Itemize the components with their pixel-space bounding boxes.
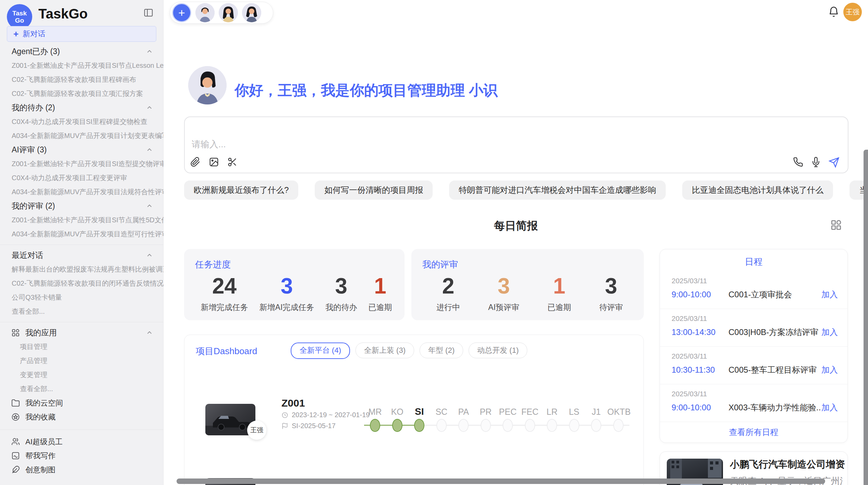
suggestion-chip[interactable]: 如何写一份清晰的项目周报 — [315, 181, 433, 200]
list-item[interactable]: Z001-全新燃油皮卡产品开发项目SI节点Lesson Learn报告 — [0, 59, 164, 73]
send-icon[interactable] — [829, 157, 840, 168]
list-item[interactable]: C02-飞腾新能源轻客改款项目立项汇报方案 — [0, 87, 164, 101]
apps-view-all[interactable]: 查看全部... — [0, 382, 164, 396]
sidebar-collapse-icon[interactable] — [143, 8, 154, 18]
suggestion-chip[interactable]: 比亚迪全固态电池计划具体说了什么 — [682, 181, 833, 200]
list-item[interactable]: Z001-全新燃油轻卡产品开发项目SI造型提交物评审 — [0, 157, 164, 171]
suggestion-chip[interactable]: 特朗普可能对进口汽车增税会对中国车企造成哪些影响 — [449, 181, 666, 200]
input-attachment-tools — [190, 157, 238, 168]
milestone-label: SC — [431, 405, 453, 419]
project-dashboard-card: 项目Dashboard 全新平台 (4) 全新上装 (3) 年型 (2) 动总开… — [184, 335, 644, 485]
dashboard-title: 项目Dashboard — [196, 345, 257, 357]
schedule-event[interactable]: 2025/03/11 9:00-10:00X003-车辆动力学性能验...加入 — [660, 384, 847, 422]
milestone-label: LR — [541, 405, 563, 419]
horizontal-scrollbar[interactable] — [177, 478, 825, 484]
schedule-title: 日程 — [660, 249, 847, 271]
sidebar-item-project-mgmt[interactable]: 项目管理 — [0, 340, 164, 354]
list-item[interactable]: 解释最新出台的欧盟报废车法规再生塑料比例被调至15%... — [0, 262, 164, 276]
stat-overdue: 1已逾期 — [547, 273, 571, 313]
project-row-z001[interactable]: 王强 Z001 2023-12-19 ~ 2027-01-19 SI-2025-… — [184, 369, 644, 423]
layout-grid-icon[interactable] — [830, 219, 843, 232]
sidebar-item-change-mgmt[interactable]: 变更管理 — [0, 368, 164, 382]
section-my-review[interactable]: 我的评审 (2) — [0, 199, 164, 213]
section-my-apps[interactable]: 我的应用 — [0, 326, 164, 340]
list-item[interactable]: C02-飞腾新能源轻客改款项目里程碑画布 — [0, 73, 164, 87]
section-title: Agent已办 (3) — [12, 46, 60, 57]
list-item[interactable]: C0X4-动力总成开发项目工程变更评审 — [0, 171, 164, 185]
stat-label: 我的待办 — [325, 302, 357, 313]
stat-new-done: 24新增完成任务 — [201, 273, 248, 313]
list-item[interactable]: A034-全新新能源MUV产品开发项目造型可行性评审 — [0, 227, 164, 241]
sidebar-item-ai-super-staff[interactable]: AI超级员工 — [0, 435, 164, 449]
stat-ai-preview: 3AI预评审 — [488, 273, 519, 313]
write-icon — [11, 451, 20, 460]
suggestion-chip[interactable]: 欧洲新规最近颁布了什么? — [184, 181, 298, 200]
sidebar-item-creative-drawing[interactable]: 创意制图 — [0, 463, 164, 477]
avatar[interactable] — [195, 3, 215, 22]
phone-icon[interactable] — [793, 157, 804, 168]
sidebar-item-favorites[interactable]: 我的收藏 — [0, 410, 164, 424]
taskgo-logo: Task Go — [7, 4, 32, 29]
milestone-label: PA — [453, 405, 475, 419]
tab-model-year[interactable]: 年型 (2) — [420, 343, 463, 358]
new-chat-button[interactable]: + 新对话 — [7, 26, 156, 42]
sidebar-item-cloud-space[interactable]: 我的云空间 — [0, 396, 164, 410]
event-time: 10:30-11:30 — [672, 365, 723, 375]
recent-view-all[interactable]: 查看全部... — [0, 304, 164, 319]
chevron-up-icon[interactable] — [146, 252, 153, 259]
section-my-todo[interactable]: 我的待办 (2) — [0, 101, 164, 115]
join-button[interactable]: 加入 — [821, 289, 838, 300]
chevron-up-icon[interactable] — [146, 146, 153, 154]
image-icon[interactable] — [209, 157, 220, 168]
tab-powertrain[interactable]: 动总开发 (1) — [469, 343, 527, 358]
list-item[interactable]: Z001-全新燃油轻卡产品开发项目SI节点属性5D文件评审 — [0, 213, 164, 227]
star-icon — [11, 413, 20, 421]
list-item[interactable]: A034-全新新能源MUV产品开发项目计划变更表编写 — [0, 129, 164, 143]
stat-value: 3 — [325, 273, 357, 299]
chevron-up-icon[interactable] — [146, 202, 153, 210]
event-name: C005-整车工程目标评审 — [728, 364, 821, 375]
event-time: 13:00-14:30 — [672, 327, 723, 337]
chevron-up-icon[interactable] — [146, 104, 153, 112]
list-item[interactable]: 公司Q3轻卡销量 — [0, 290, 164, 304]
section-ai-review[interactable]: AI评审 (3) — [0, 143, 164, 157]
mic-icon[interactable] — [811, 157, 822, 168]
tab-new-platform[interactable]: 全新平台 (4) — [291, 343, 350, 359]
section-recent-chats[interactable]: 最近对话 — [0, 248, 164, 262]
join-button[interactable]: 加入 — [821, 402, 838, 413]
view-all-schedule[interactable]: 查看所有日程 — [660, 422, 847, 443]
list-item[interactable]: C02-飞腾新能源轻客改款项目的闭环通告反馈情况 — [0, 276, 164, 290]
avatar[interactable] — [219, 3, 238, 22]
list-item[interactable]: C0X4-动力总成开发项目SI里程碑提交物检查 — [0, 115, 164, 129]
user-avatar[interactable]: 王强 — [843, 3, 862, 21]
milestone-node — [436, 419, 447, 432]
sidebar-item-label: 帮我写作 — [25, 451, 56, 461]
card-title: 我的评审 — [422, 259, 637, 271]
bell-icon[interactable] — [828, 6, 840, 18]
schedule-event[interactable]: 2025/03/11 9:00-10:00C001-立项审批会加入 — [660, 271, 847, 309]
avatar[interactable] — [242, 3, 261, 22]
news-title: 小鹏飞行汽车制造公司增资 — [730, 458, 845, 471]
milestone-node — [525, 419, 535, 432]
stat-pending: 3待评审 — [599, 273, 623, 313]
section-agent-done[interactable]: Agent已办 (3) — [0, 45, 164, 59]
chat-input[interactable]: 请输入... — [184, 116, 848, 173]
chevron-up-icon[interactable] — [146, 48, 153, 55]
sidebar-item-product-mgmt[interactable]: 产品管理 — [0, 354, 164, 368]
schedule-event[interactable]: 2025/03/11 10:30-11:30C005-整车工程目标评审加入 — [660, 347, 847, 384]
paperclip-icon[interactable] — [190, 157, 201, 168]
scissors-icon[interactable] — [227, 157, 238, 168]
milestone-label: J1 — [585, 405, 607, 419]
list-item[interactable]: A034-全新新能源MUV产品开发项目法规符合性评审 — [0, 185, 164, 199]
stat-in-progress: 2进行中 — [436, 273, 460, 313]
event-date: 2025/03/11 — [672, 277, 838, 285]
join-button[interactable]: 加入 — [821, 364, 838, 375]
vertical-scrollbar[interactable] — [864, 150, 868, 485]
chevron-up-icon[interactable] — [146, 329, 153, 337]
join-button[interactable]: 加入 — [821, 327, 838, 338]
add-session-button[interactable]: + — [172, 3, 191, 22]
sidebar-item-help-me-write[interactable]: 帮我写作 — [0, 449, 164, 463]
stat-row: 2进行中 3AI预评审 1已逾期 3待评审 — [422, 273, 637, 313]
schedule-event[interactable]: 2025/03/11 13:00-14:30C003|H0B-方案冻结评审加入 — [660, 309, 847, 347]
tab-new-upfit[interactable]: 全新上装 (3) — [355, 343, 414, 358]
